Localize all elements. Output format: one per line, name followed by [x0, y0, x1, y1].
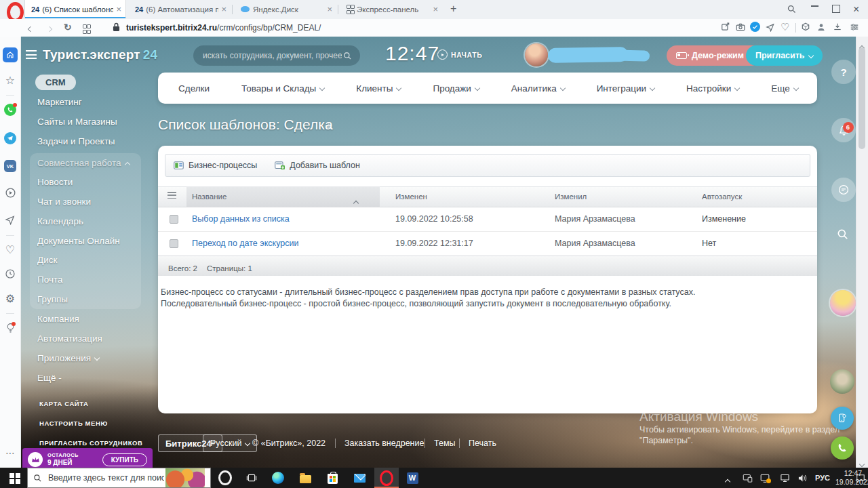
- column-header-modified-by[interactable]: Изменил: [555, 192, 587, 201]
- sidebar-sitemap-link[interactable]: КАРТА САЙТА: [39, 400, 89, 407]
- invite-button[interactable]: Пригласить: [746, 45, 823, 66]
- search-rail-button[interactable]: [836, 228, 850, 241]
- tray-language-indicator[interactable]: РУС: [815, 474, 830, 482]
- sidebar-item-crm[interactable]: CRM: [35, 75, 76, 90]
- taskbar-word-icon[interactable]: W: [406, 471, 419, 485]
- tray-expand-icon[interactable]: [726, 474, 730, 486]
- sidebar-invite-employees-link[interactable]: ПРИГЛАСИТЬ СОТРУДНИКОВ: [39, 439, 143, 447]
- recent-contact-avatar[interactable]: [830, 290, 856, 316]
- history-clock-icon[interactable]: [3, 267, 17, 281]
- sidebar-item-mail[interactable]: Почта: [37, 274, 63, 285]
- sidebar-item-chat[interactable]: Чат и звонки: [37, 197, 91, 207]
- print-link[interactable]: Печать: [469, 439, 496, 448]
- nav-clients[interactable]: Клиенты: [356, 83, 401, 94]
- add-template-button[interactable]: Добавить шаблон: [275, 161, 360, 170]
- column-header-name[interactable]: Название: [192, 192, 226, 201]
- column-header-autorun[interactable]: Автозапуск: [702, 192, 742, 201]
- tray-volume-icon[interactable]: [795, 471, 809, 485]
- browser-tab-4[interactable]: Экспресс-панель ×: [340, 0, 442, 18]
- sidebar-item-marketing[interactable]: Маркетинг: [37, 97, 82, 107]
- mobile-app-button[interactable]: [831, 407, 854, 430]
- settings-gear-icon[interactable]: ⚙: [3, 291, 17, 305]
- sidebar-item-more[interactable]: Ещё -: [37, 373, 62, 383]
- telegram-icon[interactable]: [3, 131, 17, 145]
- speed-dial-icon[interactable]: [83, 24, 90, 34]
- sidebar-item-news[interactable]: Новости: [37, 177, 73, 187]
- speed-dial-home-icon[interactable]: [3, 47, 18, 62]
- whatsapp-icon[interactable]: [3, 103, 17, 117]
- sidebar-more-icon[interactable]: ⋯: [3, 446, 17, 460]
- downloads-icon[interactable]: [833, 22, 842, 32]
- nav-analytics[interactable]: Аналитика: [511, 83, 565, 94]
- vpn-badge-icon[interactable]: [750, 22, 760, 32]
- column-header-modified[interactable]: Изменен: [395, 192, 427, 201]
- taskbar-opera-icon[interactable]: [380, 471, 393, 485]
- url-text[interactable]: turistekspert.bitrix24.ru/crm/configs/bp…: [126, 23, 321, 33]
- taskbar-explorer-icon[interactable]: [298, 471, 312, 485]
- buy-button[interactable]: КУПИТЬ: [102, 453, 147, 466]
- sort-asc-icon[interactable]: [354, 195, 358, 207]
- start-button[interactable]: [9, 473, 20, 484]
- help-button[interactable]: ?: [831, 60, 856, 84]
- scrollbar-thumb[interactable]: [859, 47, 865, 149]
- sidebar-settings-icon[interactable]: [850, 22, 859, 32]
- tab-close-icon[interactable]: ×: [116, 4, 121, 14]
- menu-hamburger-icon[interactable]: [26, 50, 37, 59]
- language-selector[interactable]: Русский: [203, 434, 257, 452]
- sidebar-item-docs[interactable]: Документы Онлайн: [37, 236, 120, 246]
- bookmarks-star-icon[interactable]: ☆: [3, 73, 17, 87]
- nav-integrations[interactable]: Интеграции: [597, 83, 654, 94]
- sidebar-item-company[interactable]: Компания: [37, 314, 79, 324]
- row-checkbox[interactable]: [170, 239, 178, 248]
- pages-count[interactable]: Страницы: 1: [207, 264, 252, 272]
- call-button[interactable]: [831, 436, 854, 460]
- extensions-cube-icon[interactable]: [801, 22, 810, 32]
- snapshot-edit-icon[interactable]: [721, 22, 730, 32]
- sidebar-item-groups[interactable]: Группы: [37, 294, 68, 304]
- vk-icon[interactable]: VK: [3, 159, 17, 173]
- sidebar-item-disk[interactable]: Диск: [37, 255, 57, 265]
- portal-logo[interactable]: Турист.эксперт24: [43, 47, 157, 62]
- recent-contact-avatar[interactable]: [830, 369, 854, 394]
- forward-icon[interactable]: [47, 23, 52, 35]
- portal-search[interactable]: [193, 45, 360, 66]
- sidebar-item-sites[interactable]: Сайты и Магазины: [37, 117, 117, 127]
- sidebar-item-automation[interactable]: Автоматизация: [37, 333, 102, 344]
- taskbar-opera-white-icon[interactable]: [218, 471, 232, 485]
- tab-close-icon[interactable]: ×: [433, 4, 438, 14]
- tab-close-icon[interactable]: ×: [221, 4, 226, 14]
- sidebar-item-collaboration[interactable]: Совместная работа: [37, 158, 130, 168]
- browser-tab-3[interactable]: Яндекс.Диск ×: [235, 0, 336, 18]
- themes-link[interactable]: Темы: [434, 439, 455, 448]
- action-center-icon[interactable]: [854, 471, 867, 485]
- browser-search-icon[interactable]: [787, 4, 797, 14]
- template-link[interactable]: Переход по дате экскурсии: [192, 239, 298, 248]
- task-view-icon[interactable]: [245, 471, 258, 485]
- nav-settings[interactable]: Настройки: [686, 83, 739, 94]
- my-flow-icon[interactable]: [3, 213, 17, 226]
- nav-more[interactable]: Еще: [771, 83, 797, 94]
- browser-tab-2[interactable]: 24 (6) Автоматизация прода ×: [129, 0, 231, 18]
- tray-cast-icon[interactable]: [741, 471, 754, 485]
- grid-settings-icon[interactable]: [167, 192, 176, 199]
- nav-sales[interactable]: Продажи: [433, 83, 479, 94]
- profile-icon[interactable]: [816, 22, 826, 32]
- close-button[interactable]: ×: [853, 3, 859, 16]
- row-checkbox[interactable]: [170, 215, 178, 224]
- bookmark-heart-icon[interactable]: ♡: [781, 21, 789, 33]
- order-implementation-link[interactable]: Заказать внедрение: [344, 439, 424, 448]
- tray-alert-icon[interactable]: [758, 471, 772, 485]
- user-avatar[interactable]: [525, 43, 548, 66]
- search-highlight-art[interactable]: [165, 468, 205, 487]
- working-time-clock[interactable]: 12:47: [385, 42, 439, 65]
- business-processes-button[interactable]: Бизнес-процессы: [174, 161, 257, 170]
- tray-network-icon[interactable]: [778, 471, 791, 485]
- portal-search-input[interactable]: [201, 50, 343, 61]
- taskbar-store-icon[interactable]: [326, 471, 339, 485]
- taskbar-edge-icon[interactable]: [271, 471, 285, 485]
- chat-button[interactable]: [831, 178, 856, 202]
- reload-icon[interactable]: ↻: [64, 22, 72, 33]
- taskbar-mail-icon[interactable]: [353, 471, 366, 485]
- sidebar-item-tasks[interactable]: Задачи и Проекты: [37, 136, 115, 146]
- tab-close-icon[interactable]: ×: [327, 4, 332, 14]
